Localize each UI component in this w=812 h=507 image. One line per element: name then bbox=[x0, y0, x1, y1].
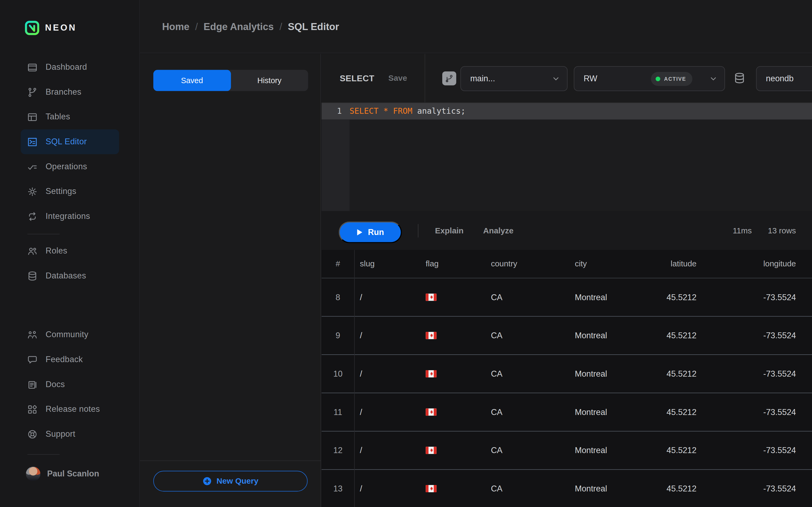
cell-city: Montreal bbox=[569, 446, 637, 455]
sidebar-item-support[interactable]: Support bbox=[21, 422, 119, 447]
cell-country: CA bbox=[485, 293, 569, 302]
canada-flag-icon bbox=[425, 332, 437, 339]
query-stats: 11ms 13 rows bbox=[733, 211, 796, 250]
tab-history[interactable]: History bbox=[231, 70, 308, 91]
sidebar-item-community[interactable]: Community bbox=[21, 322, 119, 347]
cell-country: CA bbox=[485, 369, 569, 379]
roles-icon bbox=[27, 245, 38, 257]
branch-icon-button[interactable] bbox=[442, 71, 456, 85]
cell-slug: / bbox=[354, 407, 420, 417]
database-icon bbox=[733, 72, 746, 85]
user-menu[interactable]: Paul Scanlon bbox=[26, 467, 99, 481]
table-row[interactable]: 8/CAMontreal45.5212-73.5524 bbox=[322, 278, 812, 317]
cell-row-number: 13 bbox=[322, 484, 354, 493]
queries-panel: SavedHistory New Query bbox=[140, 54, 321, 507]
breadcrumb-item[interactable]: SQL Editor bbox=[288, 21, 339, 32]
canada-flag-icon bbox=[425, 485, 437, 493]
statement-type: SELECT bbox=[340, 73, 374, 83]
sql-code-editor[interactable]: 1 SELECT * FROM analytics; bbox=[322, 103, 812, 211]
cell-row-number: 8 bbox=[322, 293, 354, 302]
sidebar-item-roles[interactable]: Roles bbox=[21, 238, 119, 264]
run-label: Run bbox=[368, 228, 384, 237]
explain-button[interactable]: Explain bbox=[435, 211, 463, 250]
breadcrumb-item[interactable]: Home bbox=[162, 21, 190, 32]
neon-logo-icon bbox=[25, 21, 40, 35]
table-row[interactable]: 11/CAMontreal45.5212-73.5524 bbox=[322, 393, 812, 432]
chevron-down-icon bbox=[709, 75, 717, 82]
canada-flag-icon bbox=[425, 408, 437, 416]
sql-editor-icon bbox=[27, 136, 38, 147]
canada-flag-icon bbox=[425, 370, 437, 378]
active-dot-icon bbox=[656, 76, 660, 81]
cell-longitude: -73.5524 bbox=[699, 407, 812, 417]
sidebar-nav-tertiary: CommunityFeedbackDocsRelease notesSuppor… bbox=[0, 322, 140, 446]
table-row[interactable]: 12/CAMontreal45.5212-73.5524 bbox=[322, 431, 812, 470]
sidebar-item-integrations[interactable]: Integrations bbox=[21, 204, 119, 229]
cell-flag bbox=[420, 370, 485, 378]
save-button[interactable]: Save bbox=[388, 73, 407, 83]
compute-select[interactable]: RW ACTIVE bbox=[574, 66, 725, 91]
query-duration: 11ms bbox=[733, 226, 752, 235]
cell-longitude: -73.5524 bbox=[699, 446, 812, 455]
cell-flag bbox=[420, 408, 485, 416]
tab-saved[interactable]: Saved bbox=[153, 70, 231, 91]
sidebar-item-label: Databases bbox=[46, 271, 86, 281]
sidebar-item-settings[interactable]: Settings bbox=[21, 179, 119, 204]
sidebar-item-docs[interactable]: Docs bbox=[21, 372, 119, 397]
sidebar-nav-main: DashboardBranchesTablesSQL EditorOperati… bbox=[0, 55, 140, 229]
docs-icon bbox=[27, 379, 38, 390]
cell-slug: / bbox=[354, 484, 420, 493]
sidebar-item-release-notes[interactable]: Release notes bbox=[21, 397, 119, 422]
sidebar-item-databases[interactable]: Databases bbox=[21, 264, 119, 288]
breadcrumb-item[interactable]: Edge Analytics bbox=[204, 21, 273, 32]
code-text: SELECT * FROM analytics; bbox=[350, 107, 466, 116]
databases-icon bbox=[27, 270, 38, 281]
cell-row-number: 11 bbox=[322, 407, 354, 417]
sidebar-divider bbox=[28, 454, 60, 455]
query-row-count: 13 rows bbox=[768, 226, 796, 235]
cell-longitude: -73.5524 bbox=[699, 484, 812, 493]
breadcrumb: Home/Edge Analytics/SQL Editor bbox=[162, 0, 339, 53]
branch-icon bbox=[445, 74, 454, 83]
sidebar-item-operations[interactable]: Operations bbox=[21, 154, 119, 179]
database-select-value: neondb bbox=[757, 74, 794, 83]
column-header-country: country bbox=[485, 259, 569, 269]
status-badge: ACTIVE bbox=[651, 72, 693, 86]
new-query-button[interactable]: New Query bbox=[153, 471, 308, 492]
cell-latitude: 45.5212 bbox=[637, 331, 699, 340]
table-row[interactable]: 13/CAMontreal45.5212-73.5524 bbox=[322, 470, 812, 507]
database-select[interactable]: neondb bbox=[756, 66, 812, 91]
cell-latitude: 45.5212 bbox=[637, 484, 699, 493]
cell-slug: / bbox=[354, 369, 420, 379]
neon-logo[interactable]: NEON bbox=[25, 21, 77, 35]
cell-longitude: -73.5524 bbox=[699, 331, 812, 340]
canada-flag-icon bbox=[425, 293, 437, 301]
sidebar-item-label: Settings bbox=[46, 187, 77, 196]
run-button[interactable]: Run bbox=[339, 221, 402, 243]
sidebar-item-feedback[interactable]: Feedback bbox=[21, 347, 119, 372]
table-row[interactable]: 9/CAMontreal45.5212-73.5524 bbox=[322, 317, 812, 355]
feedback-icon bbox=[27, 354, 38, 365]
sidebar-item-tables[interactable]: Tables bbox=[21, 105, 119, 129]
column-header-num: # bbox=[322, 259, 354, 269]
cell-flag bbox=[420, 485, 485, 493]
compute-select-value: RW bbox=[574, 74, 598, 83]
sidebar-item-branches[interactable]: Branches bbox=[21, 80, 119, 105]
sidebar: NEON DashboardBranchesTablesSQL EditorOp… bbox=[0, 0, 140, 507]
user-name: Paul Scanlon bbox=[47, 469, 99, 478]
analyze-button[interactable]: Analyze bbox=[483, 211, 513, 250]
release-notes-icon bbox=[27, 404, 38, 415]
sidebar-item-dashboard[interactable]: Dashboard bbox=[21, 55, 119, 80]
sidebar-item-label: Feedback bbox=[46, 355, 83, 364]
cell-country: CA bbox=[485, 407, 569, 417]
cell-city: Montreal bbox=[569, 293, 637, 302]
cell-slug: / bbox=[354, 293, 420, 302]
cell-city: Montreal bbox=[569, 369, 637, 379]
new-query-label: New Query bbox=[216, 476, 258, 486]
branch-select[interactable]: main... bbox=[460, 66, 567, 91]
panel-divider bbox=[140, 460, 321, 461]
column-header-slug: slug bbox=[354, 259, 420, 269]
sidebar-item-sql-editor[interactable]: SQL Editor bbox=[21, 129, 119, 154]
table-row[interactable]: 10/CAMontreal45.5212-73.5524 bbox=[322, 355, 812, 393]
results-table: #slugflagcountrycitylatitudelongitude 8/… bbox=[322, 250, 812, 507]
